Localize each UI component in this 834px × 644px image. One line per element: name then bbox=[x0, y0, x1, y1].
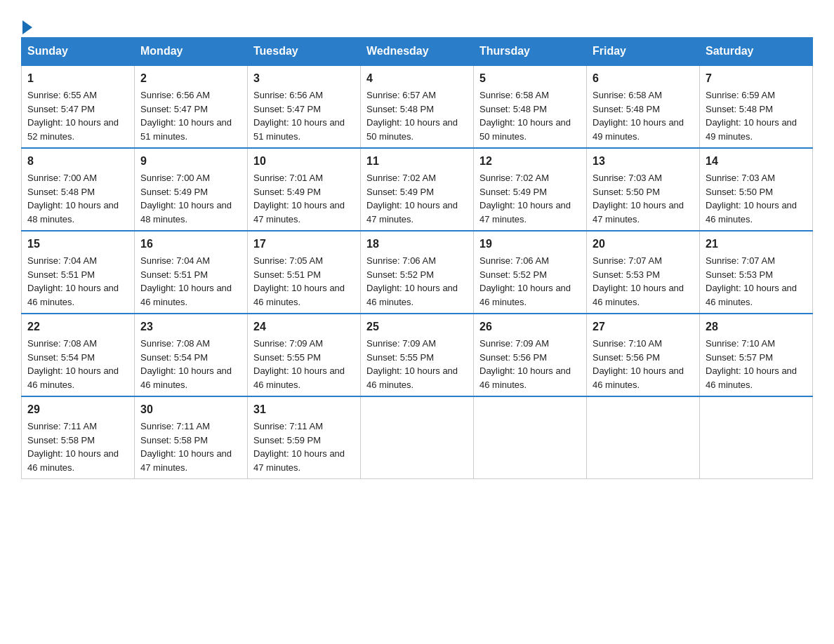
logo-arrow-icon bbox=[22, 20, 32, 34]
calendar-cell: 4Sunrise: 6:57 AMSunset: 5:48 PMDaylight… bbox=[361, 65, 474, 148]
day-info: Sunrise: 7:01 AMSunset: 5:49 PMDaylight:… bbox=[253, 173, 345, 224]
day-info: Sunrise: 7:08 AMSunset: 5:54 PMDaylight:… bbox=[140, 338, 232, 390]
day-info: Sunrise: 6:58 AMSunset: 5:48 PMDaylight:… bbox=[593, 90, 684, 142]
calendar-cell: 14Sunrise: 7:03 AMSunset: 5:50 PMDayligh… bbox=[700, 148, 813, 231]
calendar-cell: 17Sunrise: 7:05 AMSunset: 5:51 PMDayligh… bbox=[248, 231, 361, 314]
day-info: Sunrise: 7:03 AMSunset: 5:50 PMDaylight:… bbox=[706, 173, 797, 224]
calendar-cell: 16Sunrise: 7:04 AMSunset: 5:51 PMDayligh… bbox=[135, 231, 248, 314]
calendar-cell: 13Sunrise: 7:03 AMSunset: 5:50 PMDayligh… bbox=[587, 148, 700, 231]
day-number: 24 bbox=[253, 318, 355, 335]
calendar-cell: 11Sunrise: 7:02 AMSunset: 5:49 PMDayligh… bbox=[361, 148, 474, 231]
calendar-cell: 23Sunrise: 7:08 AMSunset: 5:54 PMDayligh… bbox=[135, 314, 248, 396]
day-info: Sunrise: 7:02 AMSunset: 5:49 PMDaylight:… bbox=[366, 173, 458, 224]
week-row-2: 8Sunrise: 7:00 AMSunset: 5:48 PMDaylight… bbox=[22, 148, 813, 231]
day-info: Sunrise: 6:56 AMSunset: 5:47 PMDaylight:… bbox=[140, 90, 232, 142]
day-number: 8 bbox=[27, 153, 128, 170]
day-info: Sunrise: 7:00 AMSunset: 5:48 PMDaylight:… bbox=[27, 173, 119, 224]
day-info: Sunrise: 7:10 AMSunset: 5:57 PMDaylight:… bbox=[706, 338, 797, 390]
day-number: 29 bbox=[27, 401, 128, 418]
day-info: Sunrise: 6:58 AMSunset: 5:48 PMDaylight:… bbox=[479, 90, 571, 142]
day-number: 14 bbox=[706, 153, 807, 170]
day-info: Sunrise: 7:11 AMSunset: 5:58 PMDaylight:… bbox=[27, 421, 119, 473]
calendar-cell: 21Sunrise: 7:07 AMSunset: 5:53 PMDayligh… bbox=[700, 231, 813, 314]
calendar-cell: 18Sunrise: 7:06 AMSunset: 5:52 PMDayligh… bbox=[361, 231, 474, 314]
calendar-cell: 27Sunrise: 7:10 AMSunset: 5:56 PMDayligh… bbox=[587, 314, 700, 396]
calendar-cell: 3Sunrise: 6:56 AMSunset: 5:47 PMDaylight… bbox=[248, 65, 361, 148]
day-number: 17 bbox=[253, 236, 355, 253]
calendar-cell: 12Sunrise: 7:02 AMSunset: 5:49 PMDayligh… bbox=[474, 148, 587, 231]
day-number: 16 bbox=[140, 236, 241, 253]
calendar-cell: 19Sunrise: 7:06 AMSunset: 5:52 PMDayligh… bbox=[474, 231, 587, 314]
calendar-cell: 5Sunrise: 6:58 AMSunset: 5:48 PMDaylight… bbox=[474, 65, 587, 148]
calendar-cell: 25Sunrise: 7:09 AMSunset: 5:55 PMDayligh… bbox=[361, 314, 474, 396]
day-info: Sunrise: 7:09 AMSunset: 5:56 PMDaylight:… bbox=[479, 338, 571, 390]
day-info: Sunrise: 6:56 AMSunset: 5:47 PMDaylight:… bbox=[253, 90, 345, 142]
weekday-header-saturday: Saturday bbox=[700, 38, 813, 66]
day-number: 23 bbox=[140, 318, 241, 335]
day-number: 26 bbox=[479, 318, 581, 335]
calendar-cell: 6Sunrise: 6:58 AMSunset: 5:48 PMDaylight… bbox=[587, 65, 700, 148]
day-number: 5 bbox=[479, 70, 581, 87]
calendar-cell: 8Sunrise: 7:00 AMSunset: 5:48 PMDaylight… bbox=[22, 148, 135, 231]
calendar-cell bbox=[474, 396, 587, 479]
day-number: 1 bbox=[27, 70, 128, 87]
day-number: 18 bbox=[366, 236, 468, 253]
weekday-header-row: SundayMondayTuesdayWednesdayThursdayFrid… bbox=[22, 38, 813, 66]
day-number: 25 bbox=[366, 318, 468, 335]
day-number: 12 bbox=[479, 153, 581, 170]
day-info: Sunrise: 7:00 AMSunset: 5:49 PMDaylight:… bbox=[140, 173, 232, 224]
day-info: Sunrise: 7:06 AMSunset: 5:52 PMDaylight:… bbox=[479, 255, 571, 307]
calendar-cell: 29Sunrise: 7:11 AMSunset: 5:58 PMDayligh… bbox=[22, 396, 135, 479]
day-number: 10 bbox=[253, 153, 355, 170]
day-number: 13 bbox=[593, 153, 694, 170]
weekday-header-thursday: Thursday bbox=[474, 38, 587, 66]
calendar-cell: 22Sunrise: 7:08 AMSunset: 5:54 PMDayligh… bbox=[22, 314, 135, 396]
day-number: 3 bbox=[253, 70, 355, 87]
calendar-cell: 31Sunrise: 7:11 AMSunset: 5:59 PMDayligh… bbox=[248, 396, 361, 479]
calendar-cell: 28Sunrise: 7:10 AMSunset: 5:57 PMDayligh… bbox=[700, 314, 813, 396]
day-number: 6 bbox=[593, 70, 694, 87]
week-row-3: 15Sunrise: 7:04 AMSunset: 5:51 PMDayligh… bbox=[22, 231, 813, 314]
calendar-table: SundayMondayTuesdayWednesdayThursdayFrid… bbox=[21, 37, 813, 479]
day-number: 9 bbox=[140, 153, 241, 170]
day-info: Sunrise: 6:55 AMSunset: 5:47 PMDaylight:… bbox=[27, 90, 119, 142]
day-info: Sunrise: 7:10 AMSunset: 5:56 PMDaylight:… bbox=[593, 338, 684, 390]
day-number: 27 bbox=[593, 318, 694, 335]
day-info: Sunrise: 7:11 AMSunset: 5:59 PMDaylight:… bbox=[253, 421, 345, 473]
day-number: 28 bbox=[706, 318, 807, 335]
weekday-header-tuesday: Tuesday bbox=[248, 38, 361, 66]
day-info: Sunrise: 7:07 AMSunset: 5:53 PMDaylight:… bbox=[593, 255, 684, 307]
day-number: 15 bbox=[27, 236, 128, 253]
day-info: Sunrise: 6:57 AMSunset: 5:48 PMDaylight:… bbox=[366, 90, 458, 142]
day-info: Sunrise: 7:09 AMSunset: 5:55 PMDaylight:… bbox=[366, 338, 458, 390]
calendar-cell: 2Sunrise: 6:56 AMSunset: 5:47 PMDaylight… bbox=[135, 65, 248, 148]
week-row-1: 1Sunrise: 6:55 AMSunset: 5:47 PMDaylight… bbox=[22, 65, 813, 148]
day-number: 2 bbox=[140, 70, 241, 87]
day-number: 11 bbox=[366, 153, 468, 170]
calendar-cell: 26Sunrise: 7:09 AMSunset: 5:56 PMDayligh… bbox=[474, 314, 587, 396]
calendar-cell: 24Sunrise: 7:09 AMSunset: 5:55 PMDayligh… bbox=[248, 314, 361, 396]
page-header bbox=[21, 14, 813, 30]
weekday-header-friday: Friday bbox=[587, 38, 700, 66]
day-number: 4 bbox=[366, 70, 468, 87]
weekday-header-wednesday: Wednesday bbox=[361, 38, 474, 66]
logo bbox=[21, 14, 32, 30]
day-info: Sunrise: 7:11 AMSunset: 5:58 PMDaylight:… bbox=[140, 421, 232, 473]
calendar-cell: 1Sunrise: 6:55 AMSunset: 5:47 PMDaylight… bbox=[22, 65, 135, 148]
calendar-cell: 20Sunrise: 7:07 AMSunset: 5:53 PMDayligh… bbox=[587, 231, 700, 314]
day-info: Sunrise: 7:06 AMSunset: 5:52 PMDaylight:… bbox=[366, 255, 458, 307]
day-number: 30 bbox=[140, 401, 241, 418]
week-row-5: 29Sunrise: 7:11 AMSunset: 5:58 PMDayligh… bbox=[22, 396, 813, 479]
day-number: 19 bbox=[479, 236, 581, 253]
day-info: Sunrise: 7:03 AMSunset: 5:50 PMDaylight:… bbox=[593, 173, 684, 224]
day-info: Sunrise: 7:08 AMSunset: 5:54 PMDaylight:… bbox=[27, 338, 119, 390]
day-info: Sunrise: 7:04 AMSunset: 5:51 PMDaylight:… bbox=[140, 255, 232, 307]
calendar-cell bbox=[700, 396, 813, 479]
day-number: 7 bbox=[706, 70, 807, 87]
day-number: 31 bbox=[253, 401, 355, 418]
day-info: Sunrise: 7:09 AMSunset: 5:55 PMDaylight:… bbox=[253, 338, 345, 390]
day-info: Sunrise: 7:04 AMSunset: 5:51 PMDaylight:… bbox=[27, 255, 119, 307]
weekday-header-monday: Monday bbox=[135, 38, 248, 66]
day-info: Sunrise: 6:59 AMSunset: 5:48 PMDaylight:… bbox=[706, 90, 797, 142]
calendar-cell: 15Sunrise: 7:04 AMSunset: 5:51 PMDayligh… bbox=[22, 231, 135, 314]
